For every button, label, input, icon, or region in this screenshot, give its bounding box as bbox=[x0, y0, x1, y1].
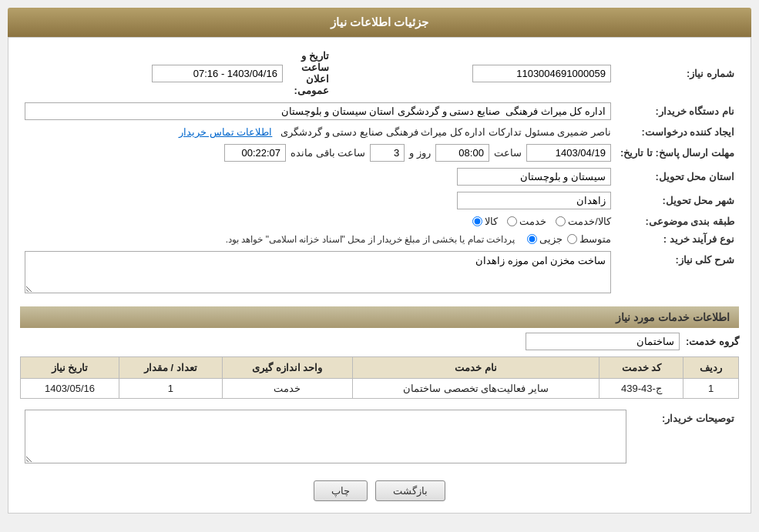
response-remaining-label: ساعت باقی مانده bbox=[291, 147, 365, 159]
creator-label: ایجاد کننده درخواست: bbox=[616, 123, 739, 141]
back-button[interactable]: بازگشت bbox=[375, 480, 445, 501]
cell-service-name: سایر فعالیت‌های تخصصی ساختمان bbox=[352, 379, 599, 399]
purchase-type-motavasset-label: متوسط bbox=[579, 233, 611, 245]
need-description-label: شرح کلی نیاز: bbox=[616, 248, 739, 299]
info-table: شماره نیاز: تاریخ و ساعت اعلان عمومی: نا… bbox=[20, 47, 739, 299]
col-header-service-code: کد خدمت bbox=[599, 357, 683, 379]
response-days-input[interactable] bbox=[370, 144, 405, 162]
service-group-row: گروه خدمت: bbox=[20, 333, 739, 350]
category-kala-khadamat-radio[interactable] bbox=[556, 216, 566, 226]
services-table-header-row: ردیف کد خدمت نام خدمت واحد اندازه گیری ت… bbox=[21, 357, 739, 379]
col-header-service-name: نام خدمت bbox=[352, 357, 599, 379]
row-purchase-type: نوع فرآیند خرید : متوسط جزیی پرداخت تمام… bbox=[20, 230, 739, 248]
response-deadline-label: مهلت ارسال پاسخ: تا تاریخ: bbox=[616, 141, 739, 165]
services-table: ردیف کد خدمت نام خدمت واحد اندازه گیری ت… bbox=[20, 356, 739, 399]
delivery-province-input[interactable] bbox=[457, 168, 611, 186]
services-table-body: 1 ج-43-439 سایر فعالیت‌های تخصصی ساختمان… bbox=[21, 379, 739, 399]
buyer-description-label: توصیحات خریدار: bbox=[631, 407, 739, 469]
need-description-textarea[interactable]: ساخت مخزن امن موزه زاهدان bbox=[25, 251, 611, 293]
announcement-datetime-input[interactable] bbox=[152, 65, 283, 82]
delivery-city-label: شهر محل تحویل: bbox=[616, 189, 739, 212]
buyer-desc-table: توصیحات خریدار: bbox=[20, 407, 739, 469]
table-row: 1 ج-43-439 سایر فعالیت‌های تخصصی ساختمان… bbox=[21, 379, 739, 399]
services-section-label: اطلاعات خدمات مورد نیاز bbox=[616, 311, 730, 323]
response-time-input[interactable] bbox=[435, 144, 489, 162]
delivery-city-input[interactable] bbox=[457, 192, 611, 209]
buyer-description-textarea[interactable] bbox=[25, 410, 626, 463]
row-delivery-city: شهر محل تحویل: bbox=[20, 189, 739, 212]
row-creator: ایجاد کننده درخواست: ناصر ضمیری مسئول تد… bbox=[20, 123, 739, 141]
col-header-unit: واحد اندازه گیری bbox=[222, 357, 352, 379]
col-header-quantity: تعداد / مقدار bbox=[119, 357, 223, 379]
cell-quantity: 1 bbox=[119, 379, 223, 399]
row-need-number: شماره نیاز: تاریخ و ساعت اعلان عمومی: bbox=[20, 47, 739, 99]
category-kala-khadamat-label: کالا/خدمت bbox=[568, 216, 611, 227]
services-table-head: ردیف کد خدمت نام خدمت واحد اندازه گیری ت… bbox=[21, 357, 739, 379]
row-response-deadline: مهلت ارسال پاسخ: تا تاریخ: ساعت روز و سا… bbox=[20, 141, 739, 165]
button-bar: بازگشت چاپ bbox=[20, 480, 739, 501]
row-category: طبقه بندی موضوعی: کالا/خدمت خدمت کالا bbox=[20, 212, 739, 230]
row-buyer-description: توصیحات خریدار: bbox=[20, 407, 739, 469]
need-number-label: شماره نیاز: bbox=[616, 47, 739, 99]
category-kala-option[interactable]: کالا bbox=[472, 216, 498, 227]
page-title: جزئیات اطلاعات نیاز bbox=[331, 15, 428, 28]
buyer-org-input[interactable] bbox=[25, 102, 611, 120]
purchase-type-motavasset-option[interactable]: متوسط bbox=[567, 233, 611, 245]
service-group-input[interactable] bbox=[526, 333, 680, 350]
col-header-row-num: ردیف bbox=[683, 357, 739, 379]
announcement-datetime-label: تاریخ و ساعت اعلان عمومی: bbox=[294, 50, 329, 96]
category-kala-khadamat-option[interactable]: کالا/خدمت bbox=[556, 216, 611, 227]
purchase-type-motavasset-radio[interactable] bbox=[567, 234, 577, 244]
creator-contact-link[interactable]: اطلاعات تماس خریدار bbox=[179, 126, 272, 138]
delivery-province-label: استان محل تحویل: bbox=[616, 165, 739, 189]
print-button[interactable]: چاپ bbox=[314, 480, 368, 501]
response-time-label: ساعت bbox=[494, 147, 522, 159]
purchase-type-note: پرداخت تمام یا بخشی از مبلغ خریدار از مح… bbox=[226, 234, 515, 245]
page-wrapper: جزئیات اطلاعات نیاز شماره نیاز: تاریخ و … bbox=[0, 0, 759, 532]
row-need-description: شرح کلی نیاز: ساخت مخزن امن موزه زاهدان bbox=[20, 248, 739, 299]
row-buyer-org: نام دستگاه خریدار: bbox=[20, 99, 739, 123]
purchase-type-label: نوع فرآیند خرید : bbox=[616, 230, 739, 248]
response-remaining-input[interactable] bbox=[224, 144, 286, 162]
category-kala-radio[interactable] bbox=[472, 216, 482, 226]
page-header: جزئیات اطلاعات نیاز bbox=[8, 8, 751, 37]
cell-row-num: 1 bbox=[683, 379, 739, 399]
purchase-type-jozvi-option[interactable]: جزیی bbox=[527, 233, 563, 245]
category-khadamat-label: خدمت bbox=[519, 216, 546, 227]
need-number-input[interactable] bbox=[472, 65, 611, 82]
category-khadamat-option[interactable]: خدمت bbox=[507, 216, 546, 227]
cell-service-code: ج-43-439 bbox=[599, 379, 683, 399]
category-khadamat-radio[interactable] bbox=[507, 216, 517, 226]
buyer-org-label: نام دستگاه خریدار: bbox=[616, 99, 739, 123]
services-section-header: اطلاعات خدمات مورد نیاز bbox=[20, 306, 739, 328]
purchase-type-jozvi-radio[interactable] bbox=[527, 234, 537, 244]
category-radio-group: کالا/خدمت خدمت کالا bbox=[25, 216, 611, 227]
purchase-type-jozvi-label: جزیی bbox=[539, 233, 563, 245]
response-days-label: روز و bbox=[409, 147, 431, 159]
main-panel: شماره نیاز: تاریخ و ساعت اعلان عمومی: نا… bbox=[8, 37, 751, 514]
cell-unit: خدمت bbox=[222, 379, 352, 399]
row-delivery-province: استان محل تحویل: bbox=[20, 165, 739, 189]
response-date-input[interactable] bbox=[526, 144, 611, 162]
category-label: طبقه بندی موضوعی: bbox=[616, 212, 739, 230]
col-header-need-date: تاریخ نیاز bbox=[21, 357, 119, 379]
service-group-label: گروه خدمت: bbox=[686, 336, 739, 347]
category-kala-label: کالا bbox=[485, 216, 498, 227]
cell-need-date: 1403/05/16 bbox=[21, 379, 119, 399]
creator-name: ناصر ضمیری مسئول تدارکات اداره کل میراث … bbox=[280, 126, 611, 138]
